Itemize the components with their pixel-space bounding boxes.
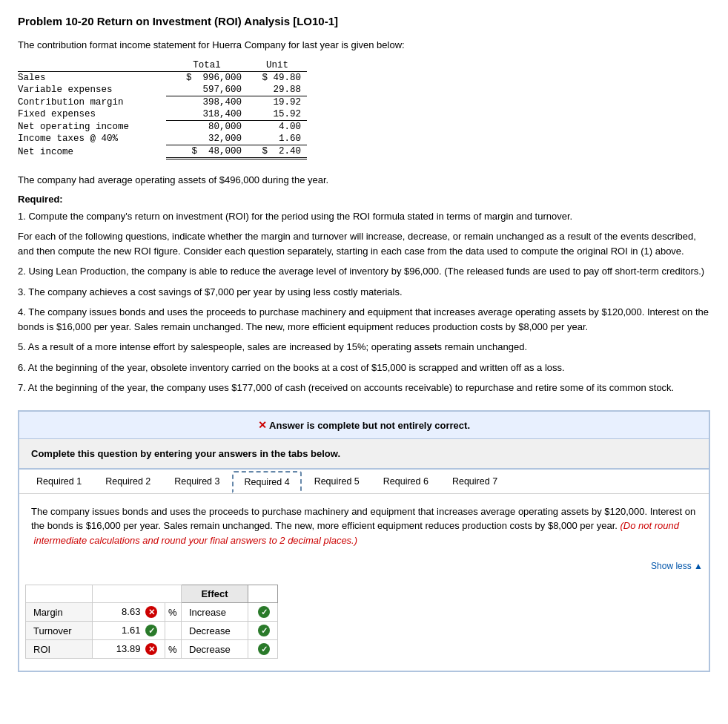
table-header-row: Total Unit	[18, 59, 307, 72]
row-turnover-effect-icon: ✓	[248, 622, 278, 640]
income-statement-table: Total Unit Sales $ 996,000 $ 49.80 Varia…	[18, 59, 307, 159]
table-row: Variable expenses 597,600 29.88	[18, 84, 307, 96]
answer-table-section: Effect Margin 8.63 ✕ % Increase	[19, 585, 709, 671]
row-margin-effect-icon: ✓	[248, 603, 278, 622]
required-item-1: 1. Compute the company's return on inves…	[18, 209, 710, 224]
tab4-main-text: The company issues bonds and uses the pr…	[31, 504, 697, 548]
row-roi-value: 13.89 ✕	[93, 640, 165, 659]
col-effect-header: Effect	[182, 585, 248, 603]
required-item-intro: For each of the following questions, ind…	[18, 229, 710, 258]
required-item-2: 2. Using Lean Production, the company is…	[18, 264, 710, 279]
answer-row-turnover: Turnover 1.61 ✓ Decrease ✓	[26, 622, 278, 640]
col-check-header	[248, 585, 278, 603]
tab-required-5[interactable]: Required 5	[303, 471, 371, 493]
complete-text: Complete this question by entering your …	[19, 439, 709, 469]
alert-text: Answer is complete but not entirely corr…	[269, 420, 470, 431]
show-less-button[interactable]: Show less ▲	[19, 558, 709, 576]
row-roi-label: ROI	[26, 640, 93, 659]
required-item-6: 6. At the beginning of the year, obsolet…	[18, 361, 710, 375]
tab-required-7[interactable]: Required 7	[441, 471, 509, 493]
tabs-container: Required 1 Required 2 Required 3 Require…	[19, 469, 709, 672]
tab-required-2[interactable]: Required 2	[94, 471, 162, 493]
col-unit-header: Unit	[248, 59, 307, 72]
answer-table-header: Effect	[26, 585, 278, 603]
col-value-header	[93, 585, 182, 603]
required-item-5: 5. As a result of a more intense effort …	[18, 340, 710, 355]
tab-4-content: The company issues bonds and uses the pr…	[19, 494, 709, 559]
wrong-icon-roi: ✕	[145, 643, 157, 655]
tab-required-6[interactable]: Required 6	[372, 471, 440, 493]
table-row: Contribution margin 398,400 19.92	[18, 96, 307, 109]
intro-text: The contribution format income statement…	[18, 39, 710, 50]
answer-table: Effect Margin 8.63 ✕ % Increase	[25, 585, 278, 659]
row-roi-pct: %	[165, 640, 182, 659]
row-turnover-effect: Decrease	[182, 622, 248, 640]
required-label: Required:	[18, 194, 710, 205]
row-roi-effect: Decrease	[182, 640, 248, 659]
row-margin-pct: %	[165, 603, 182, 622]
required-item-3: 3. The company achieves a cost savings o…	[18, 285, 710, 300]
row-margin-effect: Increase	[182, 603, 248, 622]
col-total-header: Total	[166, 59, 248, 72]
table-row: Net operating income 80,000 4.00	[18, 121, 307, 134]
table-row: Net income $ 48,000 $ 2.40	[18, 145, 307, 159]
row-margin-label: Margin	[26, 603, 93, 622]
show-less-label: Show less ▲	[651, 561, 703, 571]
row-turnover-label: Turnover	[26, 622, 93, 640]
table-row: Fixed expenses 318,400 15.92	[18, 108, 307, 121]
table-row: Income taxes @ 40% 32,000 1.60	[18, 133, 307, 145]
wrong-icon-margin: ✕	[145, 606, 157, 618]
correct-icon-turnover: ✓	[145, 625, 157, 636]
tab-required-1[interactable]: Required 1	[25, 471, 93, 493]
tab-required-3[interactable]: Required 3	[163, 471, 231, 493]
required-item-4: 4. The company issues bonds and uses the…	[18, 305, 710, 334]
x-icon: ✕	[258, 419, 267, 431]
answer-row-roi: ROI 13.89 ✕ % Decrease ✓	[26, 640, 278, 659]
row-margin-value: 8.63 ✕	[93, 603, 165, 622]
page-title: Problem 10-20 Return on Investment (ROI)…	[18, 15, 710, 27]
answer-section-container: ✕ Answer is complete but not entirely co…	[18, 410, 710, 673]
tab-required-4[interactable]: Required 4	[232, 471, 301, 493]
row-turnover-pct	[165, 622, 182, 640]
tab4-note: (Do not round intermediate calculations …	[31, 520, 679, 546]
avg-assets-text: The company had average operating assets…	[18, 173, 710, 188]
required-item-7: 7. At the beginning of the year, the com…	[18, 381, 710, 395]
row-turnover-value: 1.61 ✓	[93, 622, 165, 640]
row-roi-effect-icon: ✓	[248, 640, 278, 659]
table-row: Sales $ 996,000 $ 49.80	[18, 72, 307, 85]
answer-row-margin: Margin 8.63 ✕ % Increase ✓	[26, 603, 278, 622]
alert-box: ✕ Answer is complete but not entirely co…	[19, 411, 709, 439]
col-label-header	[26, 585, 93, 603]
tabs-row: Required 1 Required 2 Required 3 Require…	[19, 471, 709, 494]
